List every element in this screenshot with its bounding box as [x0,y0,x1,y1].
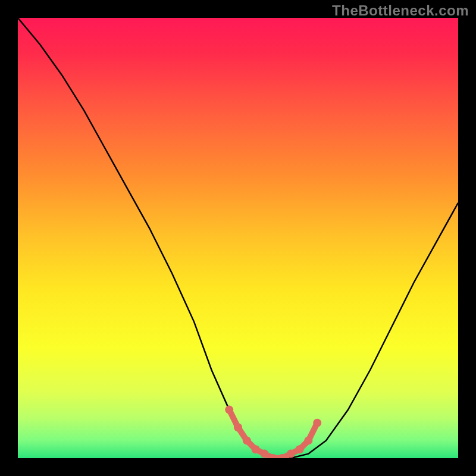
watermark-label: TheBottleneck.com [332,2,469,19]
optimal-marker-dot [225,406,233,414]
optimal-marker-dot [252,445,260,453]
optimal-marker-dot [296,445,304,453]
optimal-markers [225,406,321,458]
curve-layer [18,18,458,458]
optimal-marker-dot [234,423,242,431]
optimal-marker-dot [260,450,268,458]
optimal-marker-dot [287,450,295,458]
plot-area [18,18,458,458]
optimal-marker-dot [304,436,312,444]
chart-frame: TheBottleneck.com [0,0,476,476]
bottleneck-curve [18,18,458,458]
optimal-marker-dot [243,436,251,444]
optimal-marker-dot [313,419,321,427]
